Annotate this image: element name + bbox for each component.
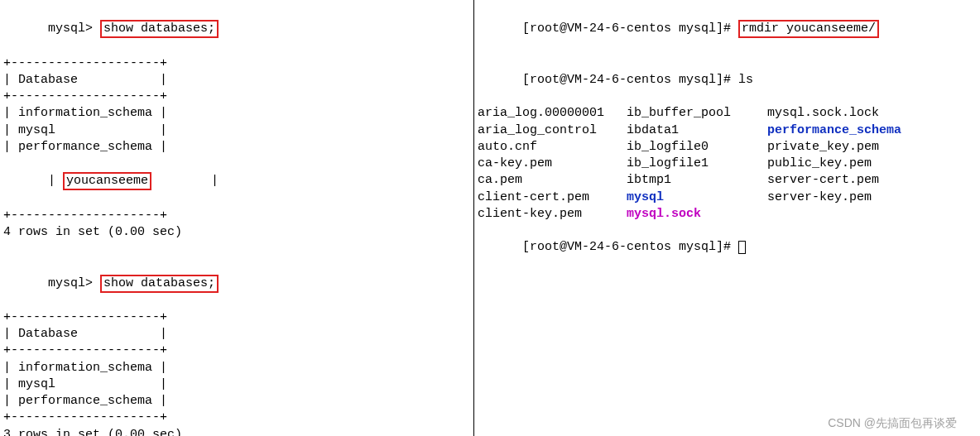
ls-file: aria_log_control [478,122,627,139]
ls-file [767,206,933,223]
ls-dir-mysql: mysql [627,189,767,206]
ls-file: client-key.pem [478,206,627,223]
mysql-terminal: mysql> show databases; +----------------… [0,0,473,436]
table-row: | performance_schema | [3,139,470,156]
table-header: | Database | [3,72,470,89]
table-header: | Database | [3,326,470,343]
ls-file: server-cert.pem [767,172,933,189]
ls-output: aria_log.00000001 ib_buffer_pool mysql.s… [478,105,977,223]
mysql-command-1: show databases; [103,22,215,36]
ls-file: server-key.pem [767,189,933,206]
table-row: | information_schema | [3,360,470,376]
result-text-2: 3 rows in set (0.00 sec) [3,427,470,437]
shell-prompt: [root@VM-24-6-centos mysql]# [522,73,738,87]
ls-file: ib_logfile0 [627,139,767,156]
ls-file: mysql.sock.lock [767,105,933,122]
ls-file: auto.cnf [478,139,627,156]
table-row-suffix: | [151,174,219,188]
table-border: +--------------------+ [3,208,470,224]
table-border: +--------------------+ [3,309,470,326]
shell-prompt: [root@VM-24-6-centos mysql]# [522,22,738,36]
watermark: CSDN @先搞面包再谈爱 [828,416,957,431]
ls-file: private_key.pem [767,139,933,156]
shell-terminal: [root@VM-24-6-centos mysql]# rmdir youca… [473,0,980,436]
ls-file: ca.pem [478,172,627,189]
ls-socket-mysql-sock: mysql.sock [627,206,767,223]
table-row-prefix: | [48,174,63,188]
highlight-box-show-databases-2: show databases; [100,275,219,293]
result-text-1: 4 rows in set (0.00 sec) [3,224,470,241]
ls-file: ib_logfile1 [627,156,767,172]
ls-file: ib_buffer_pool [627,105,767,122]
db-youcanseeme: youcanseeme [66,174,148,188]
highlight-box-rmdir: rmdir youcanseeme/ [738,20,879,38]
table-row: | mysql | [3,122,470,139]
table-row: | information_schema | [3,105,470,122]
ls-file: ibtmp1 [627,172,767,189]
mysql-command-2: show databases; [103,276,215,290]
ls-file: aria_log.00000001 [478,105,627,122]
shell-command-rmdir: rmdir youcanseeme/ [742,22,876,36]
table-row: | mysql | [3,376,470,393]
ls-file: ibdata1 [627,122,767,139]
table-border: +--------------------+ [3,343,470,359]
ls-file: client-cert.pem [478,189,627,206]
table-border: +--------------------+ [3,55,470,72]
shell-prompt: [root@VM-24-6-centos mysql]# [522,240,738,254]
ls-file: public_key.pem [767,156,933,172]
ls-dir-performance-schema: performance_schema [767,122,933,139]
table-border: +--------------------+ [3,89,470,105]
table-border: +--------------------+ [3,410,470,426]
cursor-hollow[interactable] [738,241,746,254]
shell-command-ls: ls [738,73,753,87]
highlight-box-show-databases-1: show databases; [100,20,219,38]
highlight-box-youcanseeme: youcanseeme [63,172,151,190]
mysql-prompt: mysql> [48,276,100,290]
table-row: | performance_schema | [3,393,470,410]
mysql-prompt: mysql> [48,22,100,36]
ls-file: ca-key.pem [478,156,627,172]
